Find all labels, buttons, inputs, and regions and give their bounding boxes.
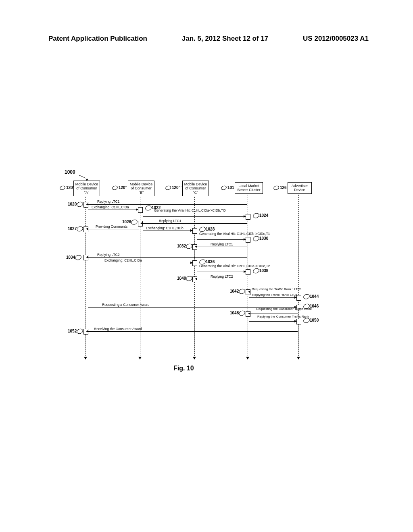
ref: 1026 <box>122 220 131 224</box>
msg-line <box>143 223 247 224</box>
msg-text: Generating the Viral Hit: C2HL,CIDa->CID… <box>199 264 246 268</box>
callout-1024: 1024 <box>253 213 268 218</box>
arrow-left-icon <box>86 330 88 332</box>
arrow-left-icon <box>86 228 88 230</box>
msg-line <box>88 204 247 205</box>
arrow-left-icon <box>195 278 197 280</box>
msg-line <box>197 279 247 279</box>
arrow-right-icon <box>136 208 138 211</box>
activation <box>138 207 143 213</box>
arrow-right-icon <box>244 215 246 218</box>
msg-text: Receiving the Consumer Award <box>94 327 142 331</box>
arrow-right-icon <box>244 238 246 241</box>
actor-ref-a3: 120''' <box>165 185 181 190</box>
arrow-right-icon <box>244 270 246 273</box>
arrow-left-icon <box>248 291 250 293</box>
arrow-right-icon <box>190 229 193 232</box>
msg-line <box>250 292 298 292</box>
callout-1044: 1044 <box>303 294 319 299</box>
ref-text: 120' <box>66 185 74 190</box>
msg-line <box>88 257 247 258</box>
callout-1032: 1032 <box>177 244 192 249</box>
ref: 1032 <box>177 244 186 248</box>
msg-text: Exchanging: C1HL,CIDa <box>92 205 129 209</box>
actor-box-consumer-b: Mobile Device of Consumer "B" <box>128 181 154 196</box>
lifeline-arrow <box>193 357 196 360</box>
msg-text: Replying LTC2 <box>97 253 120 257</box>
msg-line <box>249 321 296 322</box>
arrow-right-icon <box>294 320 297 322</box>
lifeline-arrow <box>297 357 300 360</box>
callout-1034: 1034 <box>66 255 81 260</box>
callout-1050: 1050 <box>303 318 319 323</box>
lifeline-arrow <box>138 357 142 360</box>
arrow-left-icon <box>140 222 143 224</box>
msg-text: Generating the Viral Hit: C1HL,CIDa->CID… <box>154 209 206 212</box>
actor-box-server: Local Market Server Cluster <box>235 182 263 194</box>
actor-label: Mobile Device of Consumer "C" <box>184 182 207 195</box>
arrow-left-icon <box>195 245 197 248</box>
arrow-left-icon <box>86 203 88 206</box>
ref-text: 101 <box>227 185 234 190</box>
lifeline-arrow <box>84 357 87 360</box>
ref: 1044 <box>310 294 319 299</box>
msg-line <box>88 331 298 332</box>
lifeline-advertiser <box>298 195 299 358</box>
ref-text: 126 <box>280 185 287 190</box>
header-left: Patent Application Publication <box>48 35 147 43</box>
actor-ref-a4: 101 <box>221 185 234 190</box>
actor-label: Local Market Server Cluster <box>237 184 261 192</box>
page-header: Patent Application Publication Jan. 5, 2… <box>0 35 413 43</box>
ref: 1052 <box>68 329 77 333</box>
patent-page: Patent Application Publication Jan. 5, 2… <box>0 0 413 532</box>
activation <box>192 260 197 266</box>
ref: 1036 <box>206 260 215 264</box>
msg-text: Generating the Viral Hit: C1HL,CIDb->CID… <box>199 232 246 236</box>
diagram-number-arrow <box>79 174 89 179</box>
ref: 1027 <box>68 227 77 231</box>
figure-caption: Fig. 10 <box>173 365 194 372</box>
msg-text: Replying the Consumer Traffic Rank <box>257 315 296 319</box>
ref: 1050 <box>310 318 319 322</box>
ref: 1040 <box>177 276 186 281</box>
ref: 1024 <box>259 213 268 218</box>
lifeline-arrow <box>246 357 249 360</box>
actor-box-advertiser: Advertiser Device <box>288 182 312 194</box>
msg-text: Requesting the Consumer Traffic Rank <box>256 308 296 311</box>
callout-1048: 1048 <box>230 311 245 316</box>
ref: 1030 <box>259 236 268 241</box>
msg-text: Replying LTC1 <box>211 242 233 246</box>
activation <box>246 214 250 220</box>
arrow-left-icon <box>86 256 88 258</box>
callout-1042: 1042 <box>230 289 245 294</box>
msg-text: Providing Comments <box>96 224 127 229</box>
actor-label: Advertiser Device <box>292 184 308 192</box>
msg-text: Requesting the Traffic Rank : LTC1 <box>252 287 302 291</box>
msg-text: Replying LTC1 <box>159 219 181 223</box>
msg-text: Replying LTC1 <box>97 200 120 204</box>
ref: 1038 <box>259 268 268 273</box>
actor-ref-a1: 120' <box>60 185 74 190</box>
header-right: US 2012/0005023 A1 <box>303 35 369 43</box>
callout-1038: 1038 <box>253 268 268 273</box>
callout-1028: 1028 <box>199 227 215 232</box>
ref: 1034 <box>66 255 75 260</box>
msg-line <box>197 239 245 240</box>
activation <box>246 269 250 275</box>
msg-line <box>197 272 245 272</box>
msg-text: Requesting a Consumer Award <box>102 303 150 307</box>
diagram-number: 1000 <box>65 169 75 175</box>
callout-1027: 1027 <box>68 227 83 231</box>
header-middle: Jan. 5, 2012 Sheet 12 of 17 <box>182 35 269 43</box>
ref-text: 120''' <box>172 185 181 190</box>
msg-line <box>143 231 192 231</box>
arrow-left-icon <box>248 312 250 315</box>
msg-line <box>250 314 298 314</box>
msg-line <box>197 247 247 247</box>
msg-line <box>249 297 296 298</box>
ref: 1028 <box>206 227 215 231</box>
actor-box-consumer-a: Mobile Device of Consumer "A" <box>73 181 100 196</box>
callout-1040: 1040 <box>177 276 192 281</box>
ref: 1020 <box>68 202 77 206</box>
activation <box>192 228 197 234</box>
